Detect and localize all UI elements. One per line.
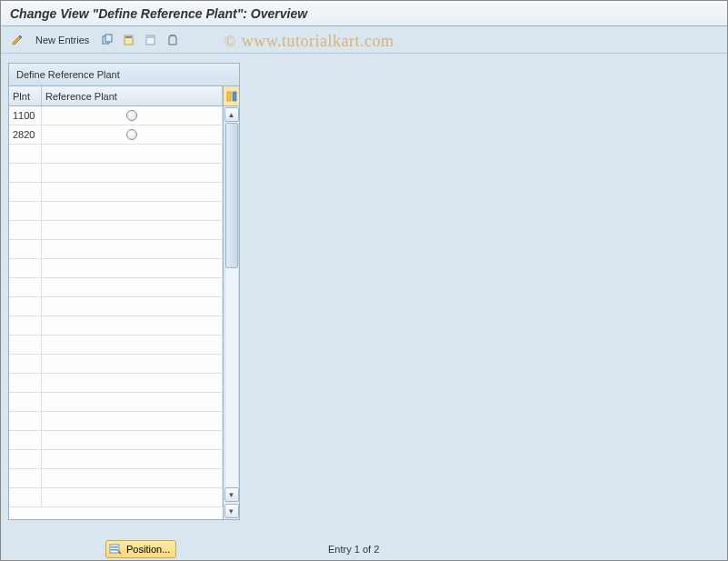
cell-reference-plant[interactable]: [42, 336, 223, 355]
content-area: Define Reference Plant Plnt Reference Pl…: [1, 54, 727, 529]
table-row[interactable]: [9, 469, 223, 488]
cell-plnt[interactable]: [9, 469, 42, 488]
cell-plnt[interactable]: [9, 297, 42, 316]
entry-info: Entry 1 of 2: [328, 544, 379, 555]
cell-plnt[interactable]: [9, 259, 42, 278]
column-header-reference-plant[interactable]: Reference Plant: [42, 86, 223, 105]
cell-reference-plant[interactable]: [42, 145, 223, 164]
cell-plnt[interactable]: 1100: [9, 106, 42, 125]
table-row[interactable]: [9, 278, 223, 297]
table-row[interactable]: 2820: [9, 125, 223, 145]
table-area: Plnt Reference Plant 11002820: [9, 86, 223, 519]
table-row[interactable]: [9, 488, 223, 507]
grid-header-row: Plnt Reference Plant: [9, 86, 223, 106]
radio-icon[interactable]: [126, 110, 137, 121]
table-row[interactable]: [9, 202, 223, 221]
copy-as-icon[interactable]: [98, 31, 116, 49]
cell-reference-plant[interactable]: [42, 450, 223, 469]
change-icon[interactable]: [8, 31, 26, 49]
cell-plnt[interactable]: [9, 278, 42, 297]
table-row[interactable]: [9, 259, 223, 278]
undo-icon[interactable]: [142, 31, 160, 49]
toolbar: New Entries: [1, 26, 727, 54]
scroll-thumb[interactable]: [225, 123, 238, 268]
table-row[interactable]: [9, 374, 223, 393]
position-icon: [108, 542, 123, 556]
define-reference-plant-panel: Define Reference Plant Plnt Reference Pl…: [8, 63, 240, 520]
cell-plnt[interactable]: [9, 202, 42, 221]
cell-reference-plant[interactable]: [42, 316, 223, 336]
cell-reference-plant[interactable]: [42, 259, 223, 278]
table-row[interactable]: [9, 183, 223, 202]
cell-reference-plant[interactable]: [42, 278, 223, 297]
delete-icon[interactable]: [120, 31, 138, 49]
cell-plnt[interactable]: [9, 336, 42, 355]
cell-reference-plant[interactable]: [42, 469, 223, 488]
radio-icon[interactable]: [126, 129, 137, 140]
table-row[interactable]: [9, 297, 223, 316]
cell-reference-plant[interactable]: [42, 221, 223, 240]
cell-plnt[interactable]: [9, 316, 42, 336]
table-row[interactable]: [9, 355, 223, 374]
cell-reference-plant[interactable]: [42, 183, 223, 202]
table-row[interactable]: [9, 240, 223, 259]
cell-reference-plant[interactable]: [42, 374, 223, 393]
svg-rect-6: [171, 35, 175, 36]
cell-reference-plant[interactable]: [42, 488, 223, 507]
cell-plnt[interactable]: [9, 393, 42, 412]
cell-reference-plant[interactable]: [42, 393, 223, 412]
cell-plnt[interactable]: [9, 355, 42, 374]
table-row[interactable]: [9, 164, 223, 183]
table-row[interactable]: [9, 221, 223, 240]
cell-plnt[interactable]: [9, 183, 42, 202]
cell-reference-plant[interactable]: [42, 240, 223, 259]
svg-rect-7: [227, 92, 231, 101]
cell-plnt[interactable]: [9, 412, 42, 431]
svg-rect-9: [110, 545, 119, 553]
table-row[interactable]: [9, 316, 223, 336]
scroll-end-button[interactable]: ▾: [224, 504, 239, 518]
table-row[interactable]: [9, 450, 223, 469]
cell-plnt[interactable]: 2820: [9, 125, 42, 145]
cell-reference-plant[interactable]: [42, 431, 223, 450]
scroll-down-button[interactable]: ▼: [224, 487, 239, 502]
cell-reference-plant[interactable]: [42, 297, 223, 316]
table-row[interactable]: [9, 431, 223, 450]
cell-reference-plant[interactable]: [42, 412, 223, 431]
cell-plnt[interactable]: [9, 488, 42, 507]
cell-plnt[interactable]: [9, 164, 42, 183]
cell-plnt[interactable]: [9, 240, 42, 259]
svg-rect-5: [147, 36, 154, 38]
cell-reference-plant[interactable]: [42, 164, 223, 183]
select-all-icon[interactable]: [164, 31, 182, 49]
page-title: Change View "Define Reference Plant": Ov…: [1, 1, 727, 26]
panel-header: Define Reference Plant: [9, 64, 239, 86]
cell-reference-plant[interactable]: [42, 125, 223, 145]
cell-plnt[interactable]: [9, 145, 42, 164]
cell-reference-plant[interactable]: [42, 106, 223, 125]
table-row[interactable]: [9, 412, 223, 431]
svg-rect-10: [111, 546, 118, 548]
table-row[interactable]: [9, 336, 223, 355]
configure-columns-icon[interactable]: [224, 86, 239, 105]
cell-reference-plant[interactable]: [42, 202, 223, 221]
cell-plnt[interactable]: [9, 431, 42, 450]
table-row[interactable]: [9, 145, 223, 164]
page-title-text: Change View "Define Reference Plant": Ov…: [10, 6, 307, 21]
svg-rect-8: [233, 92, 236, 101]
table-row[interactable]: [9, 393, 223, 412]
cell-reference-plant[interactable]: [42, 355, 223, 374]
position-button-label: Position...: [126, 544, 170, 555]
column-header-plnt[interactable]: Plnt: [9, 86, 42, 105]
cell-plnt[interactable]: [9, 374, 42, 393]
scroll-up-button[interactable]: ▲: [224, 107, 239, 122]
position-button[interactable]: Position...: [105, 540, 176, 558]
new-entries-button[interactable]: New Entries: [30, 33, 95, 47]
cell-plnt[interactable]: [9, 221, 42, 240]
cell-plnt[interactable]: [9, 450, 42, 469]
scroll-track[interactable]: [224, 123, 239, 486]
vertical-scrollbar: ▲ ▼ ▾: [223, 86, 239, 519]
svg-rect-3: [125, 36, 132, 38]
table-row[interactable]: 1100: [9, 106, 223, 125]
svg-rect-11: [111, 549, 118, 551]
